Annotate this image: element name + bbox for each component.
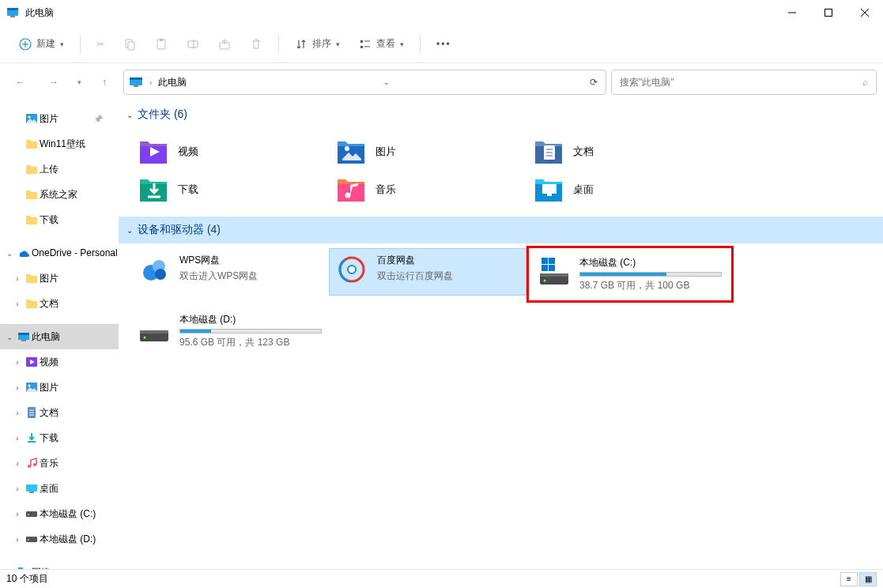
sidebar-item[interactable]: ›本地磁盘 (C:) [0, 501, 119, 526]
collapse-icon[interactable]: ⌄ [3, 333, 16, 341]
sidebar-item-label: 图片 [40, 272, 58, 285]
sidebar-item[interactable]: ›桌面 [0, 476, 119, 501]
close-button[interactable] [847, 0, 883, 25]
svg-rect-72 [140, 330, 168, 334]
drive-icon [138, 313, 170, 345]
collapse-icon[interactable]: ⌄ [126, 226, 133, 235]
expand-icon[interactable]: › [11, 409, 24, 417]
rename-button[interactable] [179, 30, 207, 58]
expand-icon[interactable]: › [11, 510, 24, 518]
expand-icon[interactable]: › [11, 300, 24, 308]
sidebar-item[interactable]: ›视频 [0, 349, 119, 375]
cloud-drive-tile[interactable]: WPS网盘双击进入WPS网盘 [131, 248, 329, 296]
drive-icon [336, 254, 368, 285]
sidebar-item[interactable]: ›音乐 [0, 450, 119, 476]
svg-rect-68 [549, 258, 555, 264]
minimize-button[interactable] [774, 0, 810, 25]
trash-icon [250, 38, 262, 51]
folder-tile[interactable]: 文档 [526, 133, 724, 171]
collapse-icon[interactable]: ⌄ [126, 111, 133, 119]
svg-rect-42 [26, 511, 37, 517]
sidebar-item[interactable]: ›本地磁盘 (D:) [0, 526, 119, 552]
refresh-button[interactable]: ⟳ [587, 77, 601, 88]
folder-tile[interactable]: 视频 [131, 133, 329, 171]
sidebar-item[interactable]: Win11壁纸 [0, 131, 119, 156]
content-area: ⌄ 文件夹 (6) 视频图片文档下载音乐桌面 ⌄ 设备和驱动器 (4) WPS网… [119, 101, 883, 569]
sidebar-item[interactable]: ›图片 [0, 266, 119, 291]
music-folder-icon [336, 175, 366, 205]
expand-icon[interactable]: › [11, 484, 24, 493]
navigation-pane[interactable]: 图片Win11壁纸上传系统之家下载 ⌄ OneDrive - Personal … [0, 101, 119, 569]
cloud-drive-tile[interactable]: 百度网盘双击运行百度网盘 [329, 248, 526, 296]
sidebar-item-onedrive[interactable]: ⌄ OneDrive - Personal [0, 240, 119, 266]
documents-folder-icon [534, 137, 564, 167]
address-segment[interactable]: 此电脑 [158, 76, 187, 89]
group-header-folders[interactable]: ⌄ 文件夹 (6) [119, 101, 883, 128]
sidebar-item[interactable]: ›图片 [0, 375, 119, 400]
ellipsis-icon: ••• [436, 39, 451, 50]
paste-button[interactable] [147, 30, 175, 58]
more-button[interactable]: ••• [428, 30, 459, 58]
expand-icon[interactable]: › [11, 358, 24, 367]
collapse-icon[interactable]: ⌄ [3, 249, 16, 258]
folder-tile[interactable]: 音乐 [329, 171, 526, 209]
sidebar-item[interactable]: 图片 [0, 106, 119, 131]
drive-tile[interactable]: 本地磁盘 (D:)95.6 GB 可用，共 123 GB [131, 307, 329, 355]
expand-icon[interactable]: › [11, 274, 24, 283]
folder-label: 文档 [573, 145, 594, 159]
sidebar-item[interactable]: 上传 [0, 156, 119, 182]
details-view-button[interactable]: ≡ [840, 572, 858, 586]
sort-button[interactable]: 排序 ▾ [287, 30, 348, 58]
svg-point-25 [28, 116, 31, 119]
folder-tile[interactable]: 图片 [329, 133, 526, 171]
expand-icon[interactable]: › [11, 434, 24, 443]
cut-icon: ✂ [96, 39, 104, 50]
sidebar-item[interactable]: 下载 [0, 207, 119, 232]
search-icon: ⌕ [862, 77, 868, 88]
back-button[interactable]: ← [6, 68, 35, 96]
new-button[interactable]: 新建 ▾ [11, 30, 72, 58]
icons-view-button[interactable]: ▦ [859, 572, 877, 586]
desktop-icon [25, 482, 38, 495]
folder-tile[interactable]: 下载 [131, 171, 329, 209]
folder-label: 图片 [375, 145, 396, 159]
search-input[interactable] [620, 77, 862, 88]
sidebar-item[interactable]: ›文档 [0, 291, 119, 316]
delete-button[interactable] [242, 30, 270, 58]
svg-rect-23 [134, 85, 138, 87]
svg-point-55 [345, 193, 351, 198]
address-bar[interactable]: › 此电脑 ⌄ ⟳ [123, 70, 606, 95]
search-box[interactable]: ⌕ [611, 70, 877, 95]
copy-button[interactable] [115, 30, 144, 58]
drive-tile[interactable]: 本地磁盘 (C:)38.7 GB 可用，共 100 GB [531, 251, 729, 298]
capacity-bar [579, 272, 722, 277]
svg-rect-13 [160, 39, 163, 41]
sidebar-item[interactable]: ›下载 [0, 425, 119, 450]
maximize-button[interactable] [810, 0, 847, 25]
expand-icon[interactable]: › [3, 568, 16, 570]
cut-button[interactable]: ✂ [89, 30, 112, 58]
recent-button[interactable]: ▾ [73, 68, 85, 96]
view-button[interactable]: 查看 ▾ [351, 30, 412, 58]
expand-icon[interactable]: › [11, 459, 24, 468]
sidebar-item-network[interactable]: › 网络 [0, 560, 119, 569]
documents-icon [25, 406, 38, 419]
share-button[interactable] [210, 30, 239, 58]
svg-rect-65 [540, 273, 568, 277]
group-header-drives[interactable]: ⌄ 设备和驱动器 (4) [119, 217, 883, 243]
up-button[interactable]: ↑ [90, 68, 119, 96]
sidebar-item[interactable]: ›文档 [0, 400, 119, 425]
forward-button[interactable]: → [40, 68, 68, 96]
folder-tile[interactable]: 桌面 [526, 171, 724, 209]
status-bar: 10 个项目 ≡ ▦ [0, 569, 883, 588]
expand-icon[interactable]: › [11, 383, 24, 392]
expand-icon[interactable]: › [11, 535, 24, 544]
sidebar-item[interactable]: 系统之家 [0, 182, 119, 207]
drive-name: 百度网盘 [377, 254, 519, 267]
svg-rect-27 [18, 333, 29, 335]
copy-icon [123, 38, 136, 51]
plus-circle-icon [19, 38, 32, 51]
dropdown-button[interactable]: ⌄ [380, 78, 393, 86]
sidebar-item-thispc[interactable]: ⌄ 此电脑 [0, 324, 119, 349]
svg-point-73 [144, 337, 146, 339]
